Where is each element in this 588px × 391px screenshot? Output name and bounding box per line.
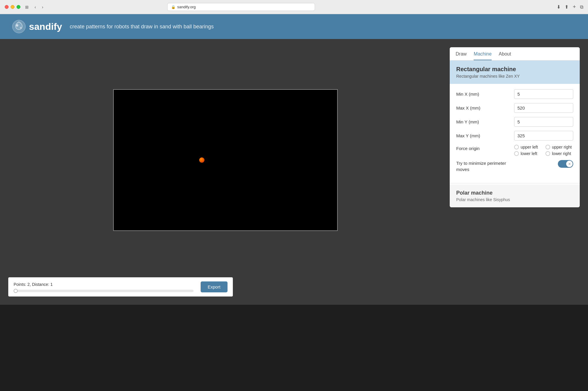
radio-upper-right[interactable] xyxy=(545,145,550,149)
canvas-wrapper xyxy=(8,47,443,273)
tabs-bar: Draw Machine About xyxy=(450,47,580,61)
max-y-label: Max Y (mm) xyxy=(456,133,480,138)
force-origin-label: Force origin xyxy=(456,145,480,151)
svg-point-2 xyxy=(20,27,22,29)
max-x-input[interactable] xyxy=(514,103,573,113)
export-button[interactable]: Export xyxy=(201,281,228,292)
add-tab-icon[interactable]: + xyxy=(573,4,576,10)
max-x-label: Max X (mm) xyxy=(456,105,480,110)
machine-form: Min X (mm) Max X (mm) Min Y (mm) Max Y (… xyxy=(450,84,580,182)
rectangular-machine-title: Rectangular machine xyxy=(456,66,573,73)
radio-lower-left[interactable] xyxy=(514,151,519,156)
bottom-bar: Points: 2, Distance: 1 Export xyxy=(8,277,233,296)
app-logo: sandify xyxy=(12,19,62,34)
sidebar-icon[interactable]: ⧉ xyxy=(580,4,583,10)
max-x-row: Max X (mm) xyxy=(456,103,573,113)
min-y-label: Min Y (mm) xyxy=(456,119,479,124)
origin-upper-left-label: upper left xyxy=(521,145,538,149)
close-button[interactable] xyxy=(5,5,9,9)
origin-grid: upper left upper right lower left lower … xyxy=(514,145,573,156)
points-text: Points: 2, Distance: 1 xyxy=(14,282,194,287)
origin-lower-left[interactable]: lower left xyxy=(514,151,542,156)
canvas-frame xyxy=(113,89,338,231)
share-icon[interactable]: ⬆ xyxy=(565,4,568,10)
tab-machine[interactable]: Machine xyxy=(474,51,491,60)
nav-forward-button[interactable]: › xyxy=(41,4,45,10)
app-tagline: create patterns for robots that draw in … xyxy=(70,24,214,30)
origin-upper-left[interactable]: upper left xyxy=(514,145,542,149)
minimize-perimeter-label: Try to minimize perimeter moves xyxy=(456,160,509,172)
app-header: sandify create patterns for robots that … xyxy=(0,14,588,39)
canvas-area: Points: 2, Distance: 1 Export xyxy=(8,47,443,296)
svg-point-1 xyxy=(16,24,18,27)
address-bar[interactable]: 🔒 sandify.org xyxy=(167,3,315,11)
origin-lower-left-label: lower left xyxy=(521,151,537,156)
rectangular-machine-subtitle: Rectangular machines like Zen XY xyxy=(456,74,573,79)
bottom-info: Points: 2, Distance: 1 xyxy=(14,282,194,292)
ball-dot xyxy=(199,157,204,163)
right-panel: Draw Machine About Rectangular machine R… xyxy=(450,47,580,207)
traffic-lights xyxy=(5,5,20,9)
radio-upper-left[interactable] xyxy=(514,145,519,149)
nav-back-button[interactable]: ‹ xyxy=(33,4,37,10)
toggle-knob: ✕ xyxy=(566,161,573,167)
origin-lower-right-label: lower right xyxy=(552,151,571,156)
tab-icon-button[interactable]: ⊞ xyxy=(24,4,30,10)
max-y-input[interactable] xyxy=(514,131,573,141)
app-title: sandify xyxy=(29,21,62,32)
logo-icon xyxy=(12,19,26,34)
force-origin-row: Force origin upper left upper right lowe… xyxy=(456,145,573,156)
polar-machine-section: Polar machine Polar machines like Sisyph… xyxy=(450,185,580,207)
tab-draw[interactable]: Draw xyxy=(456,51,467,60)
min-y-input[interactable] xyxy=(514,117,573,127)
min-x-input[interactable] xyxy=(514,89,573,99)
min-x-row: Min X (mm) xyxy=(456,89,573,99)
min-x-label: Min X (mm) xyxy=(456,92,479,97)
minimize-perimeter-row: Try to minimize perimeter moves ✕ xyxy=(456,160,573,172)
rectangular-machine-section: Rectangular machine Rectangular machines… xyxy=(450,61,580,84)
url-text: sandify.org xyxy=(177,5,196,9)
progress-handle[interactable] xyxy=(14,289,18,293)
main-content: Points: 2, Distance: 1 Export Draw Machi… xyxy=(0,39,588,305)
min-y-row: Min Y (mm) xyxy=(456,117,573,127)
polar-machine-subtitle: Polar machines like Sisyphus xyxy=(456,197,573,202)
radio-lower-right[interactable] xyxy=(545,151,550,156)
max-y-row: Max Y (mm) xyxy=(456,131,573,141)
download-icon[interactable]: ⬇ xyxy=(557,4,561,10)
origin-lower-right[interactable]: lower right xyxy=(545,151,573,156)
minimize-perimeter-toggle[interactable]: ✕ xyxy=(558,160,573,168)
security-icon: 🔒 xyxy=(171,5,176,9)
origin-upper-right[interactable]: upper right xyxy=(545,145,573,149)
progress-bar xyxy=(14,290,194,292)
maximize-button[interactable] xyxy=(17,5,20,9)
tab-about[interactable]: About xyxy=(499,51,511,60)
origin-upper-right-label: upper right xyxy=(552,145,572,149)
section-divider xyxy=(450,183,580,183)
browser-chrome: ⊞ ‹ › 🔒 sandify.org ⬇ ⬆ + ⧉ xyxy=(0,0,588,14)
polar-machine-title: Polar machine xyxy=(456,190,573,196)
minimize-button[interactable] xyxy=(11,5,14,9)
browser-toolbar-right: ⬇ ⬆ + ⧉ xyxy=(557,4,583,10)
